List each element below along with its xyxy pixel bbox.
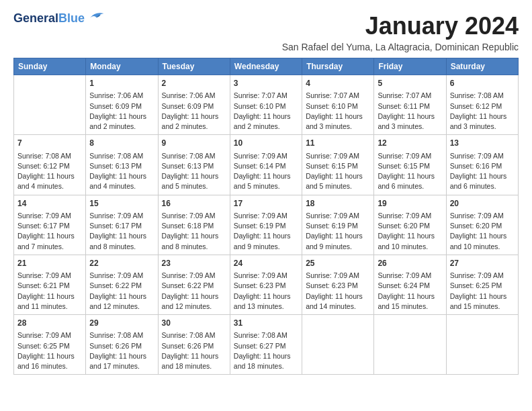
weekday-header-sunday: Sunday [14, 58, 86, 75]
day-number: 30 [162, 318, 226, 329]
day-number: 21 [17, 258, 82, 269]
calendar-cell: 31Sunrise: 7:08 AMSunset: 6:27 PMDayligh… [230, 315, 302, 375]
day-number: 28 [17, 318, 82, 329]
day-number: 27 [450, 258, 515, 269]
calendar-cell: 7Sunrise: 7:08 AMSunset: 6:12 PMDaylight… [14, 135, 86, 195]
calendar-cell: 8Sunrise: 7:08 AMSunset: 6:13 PMDaylight… [86, 135, 158, 195]
calendar-cell: 9Sunrise: 7:08 AMSunset: 6:13 PMDaylight… [158, 135, 230, 195]
calendar-cell: 29Sunrise: 7:08 AMSunset: 6:26 PMDayligh… [86, 315, 158, 375]
day-number: 31 [234, 318, 298, 329]
calendar-cell: 15Sunrise: 7:09 AMSunset: 6:17 PMDayligh… [86, 195, 158, 255]
day-number: 7 [17, 138, 82, 149]
calendar-cell: 30Sunrise: 7:08 AMSunset: 6:26 PMDayligh… [158, 315, 230, 375]
day-number: 19 [378, 198, 442, 210]
calendar-week-1: 1Sunrise: 7:06 AMSunset: 6:09 PMDaylight… [14, 75, 519, 135]
calendar-week-2: 7Sunrise: 7:08 AMSunset: 6:12 PMDaylight… [14, 135, 519, 195]
day-number: 5 [378, 78, 442, 89]
weekday-header-thursday: Thursday [302, 58, 374, 75]
calendar-cell: 17Sunrise: 7:09 AMSunset: 6:19 PMDayligh… [230, 195, 302, 255]
calendar-body: 1Sunrise: 7:06 AMSunset: 6:09 PMDaylight… [14, 75, 519, 375]
weekday-header-friday: Friday [374, 58, 446, 75]
day-number: 24 [234, 258, 298, 269]
day-number: 4 [306, 78, 370, 89]
day-number: 22 [89, 258, 154, 269]
weekday-header-wednesday: Wednesday [230, 58, 302, 75]
calendar-cell: 5Sunrise: 7:07 AMSunset: 6:11 PMDaylight… [374, 75, 446, 135]
weekday-header-monday: Monday [86, 58, 158, 75]
day-number: 9 [162, 138, 226, 149]
calendar-table: SundayMondayTuesdayWednesdayThursdayFrid… [13, 58, 519, 375]
weekday-header-row: SundayMondayTuesdayWednesdayThursdayFrid… [14, 58, 519, 75]
calendar-cell: 14Sunrise: 7:09 AMSunset: 6:17 PMDayligh… [14, 195, 86, 255]
day-number: 17 [234, 198, 298, 210]
day-number: 15 [89, 198, 154, 210]
calendar-cell: 2Sunrise: 7:06 AMSunset: 6:09 PMDaylight… [158, 75, 230, 135]
day-number: 8 [89, 138, 154, 149]
calendar-week-5: 28Sunrise: 7:09 AMSunset: 6:25 PMDayligh… [14, 315, 519, 375]
day-number: 23 [162, 258, 226, 269]
calendar-week-4: 21Sunrise: 7:09 AMSunset: 6:21 PMDayligh… [14, 255, 519, 314]
calendar-cell: 19Sunrise: 7:09 AMSunset: 6:20 PMDayligh… [374, 195, 446, 255]
calendar-cell: 4Sunrise: 7:07 AMSunset: 6:10 PMDaylight… [302, 75, 374, 135]
day-number: 2 [162, 78, 226, 89]
calendar-cell: 11Sunrise: 7:09 AMSunset: 6:15 PMDayligh… [302, 135, 374, 195]
logo-bird-icon [86, 10, 105, 22]
logo: GeneralBlue [13, 12, 105, 26]
calendar-cell: 24Sunrise: 7:09 AMSunset: 6:23 PMDayligh… [230, 255, 302, 314]
day-number: 20 [450, 198, 515, 210]
day-number: 29 [89, 318, 154, 329]
day-number: 12 [378, 138, 442, 149]
calendar-cell: 21Sunrise: 7:09 AMSunset: 6:21 PMDayligh… [14, 255, 86, 314]
logo-text: GeneralBlue [13, 12, 85, 26]
weekday-header-tuesday: Tuesday [158, 58, 230, 75]
day-number: 18 [306, 198, 370, 210]
calendar-cell: 26Sunrise: 7:09 AMSunset: 6:24 PMDayligh… [374, 255, 446, 314]
calendar-cell [302, 315, 374, 375]
calendar-cell: 1Sunrise: 7:06 AMSunset: 6:09 PMDaylight… [86, 75, 158, 135]
page-header: GeneralBlue January 2024 San Rafael del … [13, 12, 519, 52]
calendar-cell [374, 315, 446, 375]
calendar-cell: 28Sunrise: 7:09 AMSunset: 6:25 PMDayligh… [14, 315, 86, 375]
calendar-cell [446, 315, 518, 375]
day-number: 26 [378, 258, 442, 269]
day-number: 14 [17, 198, 82, 210]
day-number: 16 [162, 198, 226, 210]
calendar-cell: 13Sunrise: 7:09 AMSunset: 6:16 PMDayligh… [446, 135, 518, 195]
calendar-cell: 12Sunrise: 7:09 AMSunset: 6:15 PMDayligh… [374, 135, 446, 195]
day-number: 11 [306, 138, 370, 149]
calendar-cell: 25Sunrise: 7:09 AMSunset: 6:23 PMDayligh… [302, 255, 374, 314]
calendar-cell: 6Sunrise: 7:08 AMSunset: 6:12 PMDaylight… [446, 75, 518, 135]
calendar-header: SundayMondayTuesdayWednesdayThursdayFrid… [14, 58, 519, 75]
day-number: 13 [450, 138, 515, 149]
calendar-cell: 10Sunrise: 7:09 AMSunset: 6:14 PMDayligh… [230, 135, 302, 195]
day-number: 6 [450, 78, 515, 89]
calendar-cell: 22Sunrise: 7:09 AMSunset: 6:22 PMDayligh… [86, 255, 158, 314]
calendar-cell: 3Sunrise: 7:07 AMSunset: 6:10 PMDaylight… [230, 75, 302, 135]
calendar-title: January 2024 [282, 12, 519, 40]
day-number: 25 [306, 258, 370, 269]
weekday-header-saturday: Saturday [446, 58, 518, 75]
calendar-cell: 27Sunrise: 7:09 AMSunset: 6:25 PMDayligh… [446, 255, 518, 314]
calendar-cell: 20Sunrise: 7:09 AMSunset: 6:20 PMDayligh… [446, 195, 518, 255]
calendar-cell [14, 75, 86, 135]
day-number: 1 [89, 78, 154, 89]
day-number: 3 [234, 78, 298, 89]
calendar-cell: 23Sunrise: 7:09 AMSunset: 6:22 PMDayligh… [158, 255, 230, 314]
calendar-subtitle: San Rafael del Yuma, La Altagracia, Domi… [282, 42, 519, 52]
title-block: January 2024 San Rafael del Yuma, La Alt… [282, 12, 519, 52]
day-number: 10 [234, 138, 298, 149]
calendar-cell: 16Sunrise: 7:09 AMSunset: 6:18 PMDayligh… [158, 195, 230, 255]
calendar-week-3: 14Sunrise: 7:09 AMSunset: 6:17 PMDayligh… [14, 195, 519, 255]
calendar-cell: 18Sunrise: 7:09 AMSunset: 6:19 PMDayligh… [302, 195, 374, 255]
